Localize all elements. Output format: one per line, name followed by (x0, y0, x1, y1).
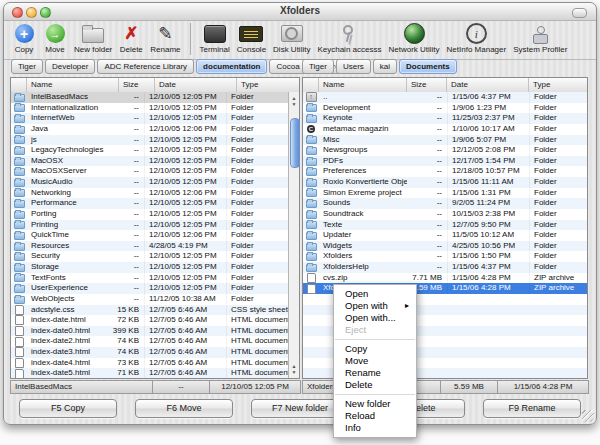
menu-item-open[interactable]: Open (334, 288, 416, 300)
menu-item-move[interactable]: Move (334, 355, 416, 367)
menu-item-new-folder[interactable]: New folder (334, 398, 416, 410)
title-bar[interactable]: Xfolders (4, 3, 596, 21)
file-row-updater[interactable]: Updater--11/5/05 10:12 AMFolder (303, 230, 587, 241)
file-row-pdfs[interactable]: PDFs--12/17/05 1:54 PMFolder (303, 156, 587, 167)
file-row-porting[interactable]: Porting--12/10/05 12:05 PMFolder (11, 209, 288, 220)
menu-item-open-with[interactable]: Open with... (334, 312, 416, 324)
toolbar-button-network-utility[interactable]: Network Utility (388, 22, 439, 54)
toolbar-button-copy[interactable]: +Copy (12, 22, 36, 54)
toolbar-button-netinfo-manager[interactable]: iNetInfo Manager (447, 22, 507, 54)
scroll-arrows-top[interactable]: ▲▼ (289, 92, 299, 110)
toolbar-button-disk-utility[interactable]: Disk Utility (273, 22, 310, 54)
toolbar-button-keychain-accesss[interactable]: Keychain accesss (317, 22, 381, 54)
column-header-type[interactable]: Type (237, 78, 299, 92)
file-row-security[interactable]: Security--12/10/05 12:05 PMFolder (11, 251, 288, 262)
file-date: 12/7/05 6:46 AM (144, 326, 226, 337)
column-header-name[interactable]: Name (27, 78, 119, 92)
file-row-soundtrack[interactable]: Soundtrack--10/15/03 2:38 PMFolder (303, 209, 587, 220)
menu-item-info[interactable]: Info (334, 422, 416, 434)
tab-documentation[interactable]: documentation (196, 59, 267, 74)
toolbar-button-rename[interactable]: ✎Rename (150, 22, 180, 54)
column-header-type[interactable]: Type (529, 78, 587, 92)
tab-cocoa[interactable]: Cocoa (269, 59, 306, 74)
menu-item-rename[interactable]: Rename (334, 367, 416, 379)
file-row-development[interactable]: Development--1/9/06 1:23 PMFolder (303, 103, 587, 114)
file-row-xfoldershelp[interactable]: XfoldersHelp--1/15/06 4:37 PMFolder (303, 262, 587, 273)
menu-item-reload[interactable]: Reload (334, 410, 416, 422)
menu-item-eject: Eject (334, 324, 416, 336)
tab-tiger[interactable]: Tiger (302, 59, 334, 74)
column-header-size[interactable]: Size (119, 78, 155, 92)
file-row-preferences[interactable]: Preferences--12/18/05 10:57 PMFolder (303, 166, 587, 177)
file-size: -- (407, 230, 447, 241)
file-row-networking[interactable]: Networking--12/10/05 12:06 PMFolder (11, 188, 288, 199)
file-row-legacytechnologies[interactable]: LegacyTechnologies--12/10/05 12:05 PMFol… (11, 145, 288, 156)
tab-kai[interactable]: kai (373, 59, 397, 74)
file-row-textfonts[interactable]: TextFonts--12/10/05 12:05 PMFolder (11, 273, 288, 284)
file-row-index-date3-html[interactable]: index-date3.html74 KB12/7/05 6:46 AMHTML… (11, 347, 288, 358)
file-row-index-date4-html[interactable]: index-date4.html73 KB12/7/05 6:46 AMHTML… (11, 358, 288, 369)
toolbar-button-system-profiler[interactable]: System Profiler (513, 22, 567, 54)
file-row-index-date-html[interactable]: index-date.html72 KB12/7/05 6:46 AMHTML … (11, 315, 288, 326)
file-row-storage[interactable]: Storage--12/10/05 12:05 PMFolder (11, 262, 288, 273)
file-row-musicaudio[interactable]: MusicAudio--12/10/05 12:05 PMFolder (11, 177, 288, 188)
scrollbar-thumb[interactable] (290, 118, 300, 168)
tab-adc-reference-library[interactable]: ADC Reference Library (97, 59, 194, 74)
toolbar-button-terminal[interactable]: Terminal (200, 22, 230, 54)
file-row-sounds[interactable]: Sounds--9/2/05 11:24 PMFolder (303, 198, 587, 209)
file-row-intelbasedmacs[interactable]: IntelBasedMacs--12/10/05 12:05 PMFolder (11, 92, 288, 103)
menu-item-copy[interactable]: Copy (334, 343, 416, 355)
file-row-misc[interactable]: Misc--1/9/06 5:07 PMFolder (303, 135, 587, 146)
file-row-roxio-konvertierte-objekte[interactable]: Roxio Konvertierte Objekte--1/15/06 11:1… (303, 177, 587, 188)
scroll-arrows-bottom[interactable]: ▲▼ (289, 360, 299, 378)
file-row-macosx[interactable]: MacOSX--12/10/05 12:05 PMFolder (11, 156, 288, 167)
file-row-performance[interactable]: Performance--12/10/05 12:05 PMFolder (11, 198, 288, 209)
column-header-icon[interactable] (303, 78, 319, 92)
toolbar-button-console[interactable]: Console (237, 22, 266, 54)
left-scrollbar[interactable]: ▲▼ ▲▼ (288, 92, 299, 378)
file-row-texte[interactable]: Texte--12/7/05 9:50 PMFolder (303, 220, 587, 231)
fkey-button-f9-rename[interactable]: F9 Rename (483, 399, 581, 418)
fkey-button-f5-copy[interactable]: F5 Copy (19, 399, 117, 418)
tab-documents[interactable]: Documents (399, 59, 457, 74)
file-row-newsgroups[interactable]: Newsgroups--12/12/05 2:08 PMFolder (303, 145, 587, 156)
file-row-java[interactable]: Java--12/10/05 12:06 PMFolder (11, 124, 288, 135)
file-size: -- (108, 166, 144, 177)
file-row-webobjects[interactable]: WebObjects--11/12/05 10:38 AMFolder (11, 294, 288, 305)
tab-users[interactable]: Users (336, 59, 371, 74)
file-row-printing[interactable]: Printing--12/10/05 12:05 PMFolder (11, 220, 288, 231)
file-row-internetweb[interactable]: InternetWeb--12/10/05 12:05 PMFolder (11, 113, 288, 124)
file-row-adcstyle-css[interactable]: adcstyle.css15 KB12/7/05 6:46 AMCSS styl… (11, 305, 288, 316)
tab-developer[interactable]: Developer (45, 59, 95, 74)
menu-item-open-with[interactable]: Open with▸ (334, 300, 416, 312)
file-row-index-date2-html[interactable]: index-date2.html74 KB12/7/05 6:46 AMHTML… (11, 336, 288, 347)
fkey-button-f6-move[interactable]: F6 Move (135, 399, 233, 418)
menu-item-delete[interactable]: Delete (334, 379, 416, 391)
toolbar-button-delete[interactable]: ✗Delete (119, 22, 143, 54)
file-row-internationalization[interactable]: Internationalization--12/10/05 12:05 PMF… (11, 103, 288, 114)
column-header-size[interactable]: Size (407, 78, 447, 92)
resize-grip[interactable] (582, 410, 594, 422)
file-row-macosxserver[interactable]: MacOSXServer--12/10/05 12:05 PMFolder (11, 166, 288, 177)
file-row-metamac-magazin[interactable]: Cmetamac magazin--1/10/06 10:17 AMFolder (303, 124, 587, 135)
column-header-icon[interactable] (11, 78, 27, 92)
file-row-index-date0-html[interactable]: index-date0.html399 KB12/7/05 6:46 AMHTM… (11, 326, 288, 337)
column-header-date[interactable]: Date (447, 78, 529, 92)
toolbar-button-move[interactable]: →Move (43, 22, 67, 54)
tab-tiger[interactable]: Tiger (11, 59, 43, 74)
toolbar-toggle-pill[interactable] (572, 8, 587, 18)
file-row-cvs-zip[interactable]: cvs.zip7.71 MB1/15/06 4:28 PMZIP archive (303, 273, 587, 284)
file-row-quicktime[interactable]: QuickTime--12/10/05 12:06 PMFolder (11, 230, 288, 241)
file-row-widgets[interactable]: Widgets--4/25/05 10:56 PMFolder (303, 241, 587, 252)
file-row-js[interactable]: js--12/10/05 12:05 PMFolder (11, 135, 288, 146)
column-header-date[interactable]: Date (155, 78, 237, 92)
file-row-index-date5-html[interactable]: index-date5.html71 KB12/7/05 6:46 AMHTML… (11, 368, 288, 378)
file-row-resources[interactable]: Resources--4/28/05 4:19 PMFolder (11, 241, 288, 252)
file-row-userexperience[interactable]: UserExperience--12/10/05 12:05 PMFolder (11, 283, 288, 294)
file-row-[interactable]: ↑..--1/15/06 4:37 PMFolder (303, 92, 587, 103)
file-row-xfolders[interactable]: Xfolders--1/15/06 1:50 PMFolder (303, 251, 587, 262)
file-row-simon-exreme-project[interactable]: Simon Exreme project--1/15/06 1:31 PMFol… (303, 188, 587, 199)
file-row-keynote[interactable]: Keynote--11/25/03 2:37 PMFolder (303, 113, 587, 124)
toolbar-button-new-folder[interactable]: New folder (74, 22, 112, 54)
column-header-name[interactable]: Name (319, 78, 407, 92)
